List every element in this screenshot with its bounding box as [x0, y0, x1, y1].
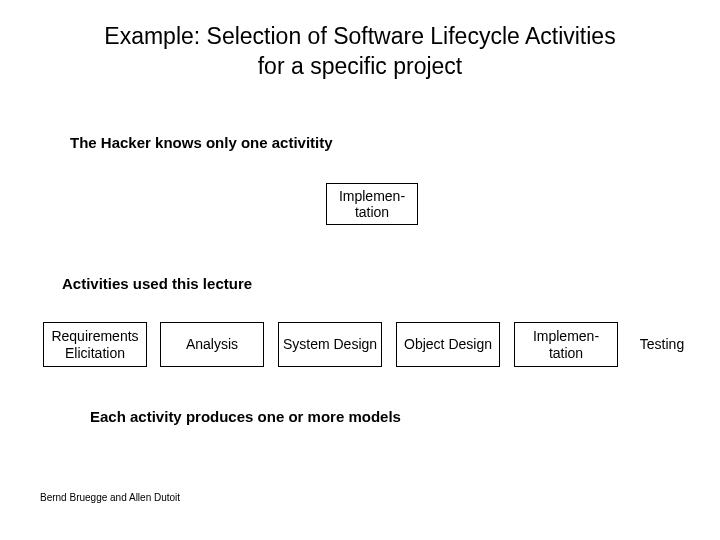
hacker-activity-box: Implemen-tation — [326, 183, 418, 225]
lecture-section-label: Activities used this lecture — [62, 275, 252, 292]
activity-box-testing: Testing — [631, 322, 693, 367]
authors-credit: Bernd Bruegge and Allen Dutoit — [40, 492, 180, 503]
activity-box-object-design: Object Design — [396, 322, 500, 367]
title-line-2: for a specific project — [258, 53, 463, 79]
activity-box-system-design: System Design — [278, 322, 382, 367]
slide-title: Example: Selection of Software Lifecycle… — [0, 0, 720, 82]
hacker-section-label: The Hacker knows only one activitity — [70, 134, 333, 151]
title-line-1: Example: Selection of Software Lifecycle… — [104, 23, 615, 49]
footnote-text: Each activity produces one or more model… — [90, 408, 401, 425]
activity-box-analysis: Analysis — [160, 322, 264, 367]
activity-box-implementation: Implemen-tation — [514, 322, 618, 367]
activity-box-requirements: Requirements Elicitation — [43, 322, 147, 367]
